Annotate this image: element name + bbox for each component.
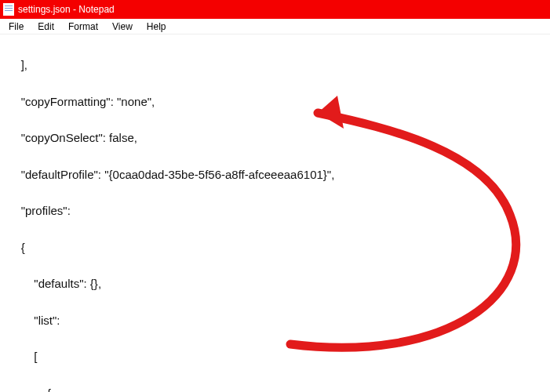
editor-line: ], — [8, 56, 542, 74]
editor-line: { — [8, 384, 542, 392]
editor-line: "copyFormatting": "none", — [8, 93, 542, 111]
editor-line: "defaults": {}, — [8, 274, 542, 292]
menu-edit[interactable]: Edit — [34, 20, 58, 33]
editor-line: "list": — [8, 311, 542, 329]
window-title: settings.json - Notepad — [18, 4, 115, 15]
editor-line: [ — [8, 347, 542, 365]
editor-line: "profiles": — [8, 201, 542, 220]
menu-bar: File Edit Format View Help — [0, 19, 550, 34]
text-editor-area[interactable]: ], "copyFormatting": "none", "copyOnSele… — [0, 34, 550, 392]
menu-file[interactable]: File — [5, 20, 27, 33]
editor-line: "copyOnSelect": false, — [8, 129, 542, 147]
menu-help[interactable]: Help — [143, 20, 170, 33]
editor-line: "defaultProfile": "{0caa0dad-35be-5f56-a… — [8, 165, 542, 183]
editor-line: { — [8, 238, 542, 256]
menu-view[interactable]: View — [108, 20, 137, 33]
menu-format[interactable]: Format — [64, 20, 102, 33]
window-titlebar: settings.json - Notepad — [0, 0, 550, 19]
notepad-icon — [3, 3, 14, 16]
